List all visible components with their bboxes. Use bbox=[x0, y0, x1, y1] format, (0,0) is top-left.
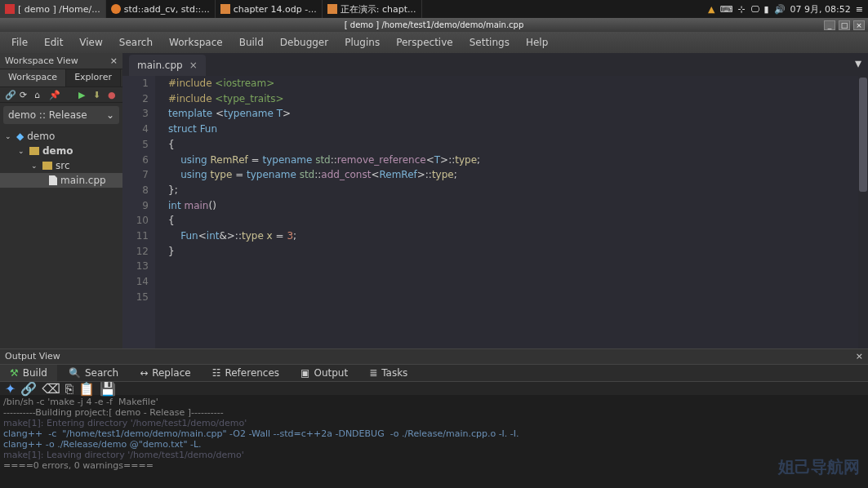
workspace-panel: Workspace View × Workspace Explorer 🔗 ⟳ … bbox=[0, 53, 122, 348]
scrollbar-thumb[interactable] bbox=[859, 78, 867, 192]
taskbar-item-presentation[interactable]: chapter 14.odp -... bbox=[216, 0, 323, 18]
menu-view[interactable]: View bbox=[71, 37, 110, 48]
output-tab-output[interactable]: ▣Output bbox=[291, 365, 358, 381]
code-content[interactable]: #include <iostream>#include <type_traits… bbox=[163, 76, 858, 348]
output-panel: Output View × ⚒Build 🔍Search ↔Replace ☷R… bbox=[0, 348, 868, 488]
battery-icon[interactable]: ▮ bbox=[764, 4, 769, 15]
workspace-panel-title: Workspace View × bbox=[0, 53, 122, 69]
nav-icon[interactable]: ⟳ bbox=[20, 90, 29, 100]
link-icon[interactable]: 🔗 bbox=[5, 90, 15, 100]
build-icon[interactable]: ⬇ bbox=[93, 90, 103, 100]
stop-icon[interactable]: ● bbox=[108, 90, 118, 100]
code-editor[interactable]: 123456789101112131415 #include <iostream… bbox=[122, 76, 868, 348]
output-body[interactable]: /bin/sh -c 'make -j 4 -e -f Makefile'---… bbox=[0, 395, 868, 488]
clock[interactable]: 07 9月, 08:52 bbox=[790, 3, 851, 16]
tree-workspace-root[interactable]: ⌄ ◆ demo bbox=[0, 129, 122, 144]
taskbar-item-browser[interactable]: std::add_cv, std::... bbox=[106, 0, 216, 18]
minimize-button[interactable]: _ bbox=[824, 20, 835, 30]
system-tray: ▲ ⌨ ⊹ 🖵 ▮ 🔊 07 9月, 08:52 ≡ bbox=[708, 3, 868, 16]
tree-label: main.cpp bbox=[60, 175, 106, 186]
config-label: demo :: Release bbox=[8, 109, 87, 121]
taskbar-label: chapter 14.odp -... bbox=[234, 4, 317, 15]
output-tab-references[interactable]: ☷References bbox=[203, 365, 289, 381]
paste-icon[interactable]: 📋 bbox=[78, 381, 95, 397]
taskbar-item-presenting[interactable]: 正在演示: chapt... bbox=[323, 0, 422, 18]
display-icon[interactable]: 🖵 bbox=[750, 4, 759, 15]
menu-edit[interactable]: Edit bbox=[36, 37, 71, 48]
output-toolbar: ✦ 🔗 ⌫ ⎘ 📋 💾 bbox=[0, 382, 868, 395]
link-icon[interactable]: 🔗 bbox=[20, 381, 37, 397]
workspace-toolbar: 🔗 ⟳ ⌂ 📌 ▶ ⬇ ● bbox=[0, 87, 122, 103]
menu-perspective[interactable]: Perspective bbox=[388, 37, 461, 48]
output-tab-tasks[interactable]: ≣Tasks bbox=[359, 365, 417, 381]
terminal-icon: ▣ bbox=[300, 367, 309, 379]
file-icon bbox=[49, 175, 57, 185]
tree-label: demo bbox=[42, 145, 73, 157]
tree-file-main[interactable]: main.cpp bbox=[0, 173, 122, 188]
menu-build[interactable]: Build bbox=[231, 37, 272, 48]
caret-icon: ⌄ bbox=[18, 147, 26, 155]
output-close-icon[interactable]: × bbox=[856, 351, 863, 362]
panel-close-icon[interactable]: × bbox=[110, 55, 118, 66]
editor-scrollbar[interactable] bbox=[858, 76, 868, 348]
taskbar-label: 正在演示: chapt... bbox=[341, 3, 416, 16]
caret-icon: ⌄ bbox=[5, 132, 13, 140]
network-icon[interactable]: ⊹ bbox=[737, 4, 745, 15]
ref-icon: ☷ bbox=[212, 367, 221, 379]
output-tab-build[interactable]: ⚒Build bbox=[0, 365, 57, 381]
list-icon: ≣ bbox=[369, 367, 377, 379]
taskbar-label: [ demo ] /Home/... bbox=[18, 4, 100, 15]
keyboard-icon[interactable]: ⌨ bbox=[719, 4, 732, 15]
tab-workspace[interactable]: Workspace bbox=[0, 69, 66, 87]
app-icon bbox=[5, 4, 15, 14]
tab-explorer[interactable]: Explorer bbox=[66, 69, 121, 87]
menu-file[interactable]: File bbox=[3, 37, 36, 48]
menu-plugins[interactable]: Plugins bbox=[336, 37, 388, 48]
tray-icon[interactable]: ▲ bbox=[708, 4, 714, 15]
slide-icon bbox=[327, 4, 337, 14]
copy-icon[interactable]: ⎘ bbox=[65, 381, 73, 397]
clear-icon[interactable]: ⌫ bbox=[42, 381, 60, 397]
tree-label: demo bbox=[27, 131, 55, 142]
menu-settings[interactable]: Settings bbox=[461, 37, 518, 48]
output-tab-replace[interactable]: ↔Replace bbox=[130, 365, 201, 381]
workspace-tree: ⌄ ◆ demo ⌄ demo ⌄ src main.cpp bbox=[0, 127, 122, 189]
pin-icon[interactable]: ✦ bbox=[5, 381, 16, 397]
volume-icon[interactable]: 🔊 bbox=[774, 4, 786, 15]
close-button[interactable]: × bbox=[853, 20, 865, 30]
folder-icon bbox=[29, 147, 39, 155]
workspace-title-label: Workspace View bbox=[5, 55, 78, 66]
tabs-menu-icon[interactable]: ▾ bbox=[848, 51, 868, 76]
caret-icon: ⌄ bbox=[31, 162, 39, 170]
run-icon[interactable]: ▶ bbox=[78, 90, 88, 100]
line-gutter: 123456789101112131415 bbox=[122, 76, 155, 348]
maximize-button[interactable]: □ bbox=[839, 20, 850, 30]
tree-project[interactable]: ⌄ demo bbox=[0, 144, 122, 158]
fold-column[interactable] bbox=[155, 76, 163, 348]
taskbar-label: std::add_cv, std::... bbox=[124, 4, 210, 15]
output-title-label: Output View bbox=[5, 351, 60, 362]
editor-tab-main[interactable]: main.cpp × bbox=[129, 55, 206, 76]
menu-search[interactable]: Search bbox=[111, 37, 161, 48]
taskbar-item-ide[interactable]: [ demo ] /Home/... bbox=[0, 0, 106, 18]
menu-icon[interactable]: ≡ bbox=[856, 4, 863, 15]
os-taskbar: [ demo ] /Home/... std::add_cv, std::...… bbox=[0, 0, 868, 18]
pin-icon[interactable]: 📌 bbox=[49, 90, 59, 100]
hammer-icon: ⚒ bbox=[10, 367, 19, 379]
menu-help[interactable]: Help bbox=[518, 37, 556, 48]
workspace-icon: ◆ bbox=[16, 131, 24, 142]
folder-icon bbox=[42, 162, 52, 170]
firefox-icon bbox=[111, 4, 121, 14]
output-tab-search[interactable]: 🔍Search bbox=[59, 365, 128, 381]
tab-close-icon[interactable]: × bbox=[189, 60, 198, 71]
chevron-down-icon: ⌄ bbox=[106, 109, 114, 121]
tree-folder-src[interactable]: ⌄ src bbox=[0, 158, 122, 173]
save-icon[interactable]: 💾 bbox=[100, 381, 116, 397]
menu-workspace[interactable]: Workspace bbox=[161, 37, 231, 48]
window-titlebar[interactable]: [ demo ] /home/test1/demo/demo/main.cpp … bbox=[0, 18, 868, 32]
home-icon[interactable]: ⌂ bbox=[34, 90, 44, 100]
impress-icon bbox=[220, 4, 230, 14]
tab-label: Output bbox=[314, 367, 348, 379]
menu-debugger[interactable]: Debugger bbox=[272, 37, 336, 48]
build-config-selector[interactable]: demo :: Release ⌄ bbox=[3, 106, 119, 124]
